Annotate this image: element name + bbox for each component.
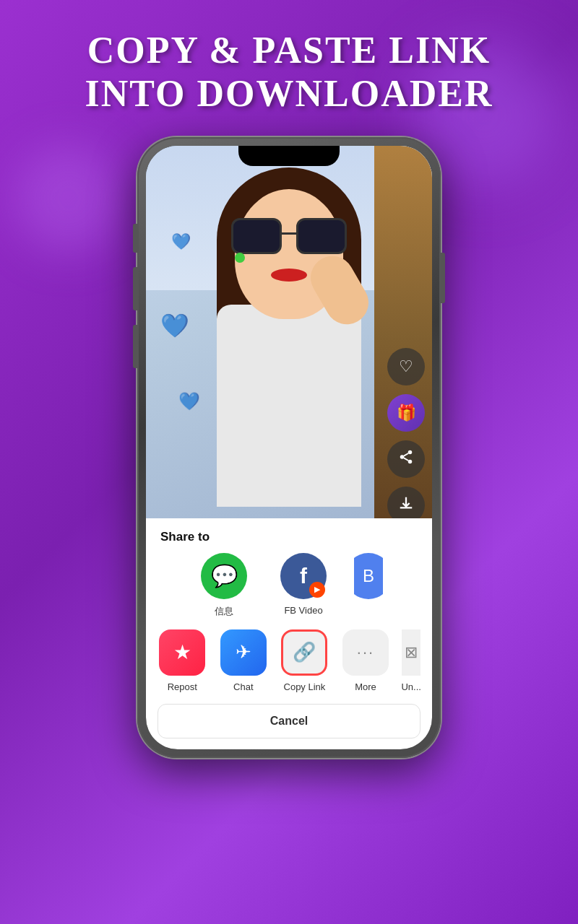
chat-label: Chat: [233, 681, 253, 692]
shirt: [217, 305, 361, 507]
earring: [235, 253, 245, 263]
ellipsis-icon: ···: [357, 643, 374, 662]
repost-star-icon: ★: [173, 640, 191, 664]
volume-down-button: [133, 325, 137, 368]
messages-icon: 💬: [211, 563, 238, 588]
more-label: More: [355, 681, 376, 692]
svg-point-1: [400, 455, 405, 459]
title-line1: Copy & Paste Link: [87, 30, 491, 71]
fb-video-icon-circle: f ▶: [280, 553, 327, 599]
partial-2-icon-symbol: ⊠: [405, 643, 418, 662]
heart-3: 💙: [178, 391, 200, 411]
download-icon: [398, 495, 414, 515]
fb-video-label: FB Video: [284, 605, 322, 616]
copy-link-icon: 🔗: [281, 629, 327, 676]
chat-send-icon: ✈: [236, 641, 251, 663]
fb-video-badge: ▶: [309, 582, 325, 598]
chat-icon: ✈: [220, 629, 267, 676]
svg-point-0: [408, 450, 413, 455]
fb-letter: f: [300, 564, 307, 588]
cancel-button[interactable]: Cancel: [158, 704, 420, 738]
repost-label: Repost: [168, 681, 197, 692]
title-line2: Into Downloader: [85, 73, 493, 114]
lips: [271, 269, 307, 282]
phone-mockup: 💙 💙 💙 ♡ 🎁: [137, 137, 441, 758]
share-more[interactable]: ··· More: [341, 629, 391, 692]
share-button[interactable]: [387, 440, 425, 478]
svg-line-3: [404, 458, 408, 461]
share-partial-2[interactable]: ⊠ Un...: [402, 629, 420, 692]
share-chat[interactable]: ✈ Chat: [219, 629, 269, 692]
heart-1: 💙: [171, 232, 191, 251]
gift-button[interactable]: 🎁: [387, 394, 425, 432]
phone-notch: [238, 146, 340, 166]
share-row-1: 💬 信息 f ▶ FB Video B: [146, 553, 432, 629]
header-title: Copy & Paste Link Into Downloader: [56, 29, 522, 116]
partial-icon-circle: B: [354, 553, 383, 599]
link-icon: 🔗: [293, 641, 316, 663]
messages-label: 信息: [215, 605, 233, 618]
messages-icon-circle: 💬: [201, 553, 247, 599]
power-button: [441, 253, 445, 303]
svg-line-4: [404, 453, 408, 456]
volume-up-button: [133, 267, 137, 310]
share-messages[interactable]: 💬 信息: [195, 553, 253, 618]
heart-2: 💙: [160, 312, 189, 339]
share-title: Share to: [146, 530, 432, 553]
copy-link-label: Copy Link: [284, 681, 326, 692]
heart-icon: ♡: [399, 357, 413, 376]
partial-icon: B: [363, 566, 374, 586]
share-fb-video[interactable]: f ▶ FB Video: [275, 553, 332, 618]
mute-button: [133, 224, 137, 253]
share-sheet: Share to 💬 信息 f ▶ FB Video: [146, 518, 432, 749]
share-copy-link[interactable]: 🔗 Copy Link: [280, 629, 329, 692]
partial-2-icon: ⊠: [402, 629, 420, 676]
partial-2-label: Un...: [402, 681, 420, 692]
share-partial-1[interactable]: B: [354, 553, 383, 618]
share-icon: [398, 449, 414, 468]
repost-icon: ★: [159, 629, 205, 676]
share-row-2: ★ Repost ✈ Chat 🔗 Copy Link: [146, 629, 432, 701]
svg-point-2: [408, 460, 413, 464]
share-repost[interactable]: ★ Repost: [158, 629, 207, 692]
action-buttons: ♡ 🎁: [387, 348, 425, 524]
phone-screen: 💙 💙 💙 ♡ 🎁: [146, 146, 432, 749]
more-icon: ···: [342, 629, 389, 676]
like-button[interactable]: ♡: [387, 348, 425, 385]
sunglasses: [231, 218, 347, 258]
gift-icon: 🎁: [397, 404, 416, 422]
